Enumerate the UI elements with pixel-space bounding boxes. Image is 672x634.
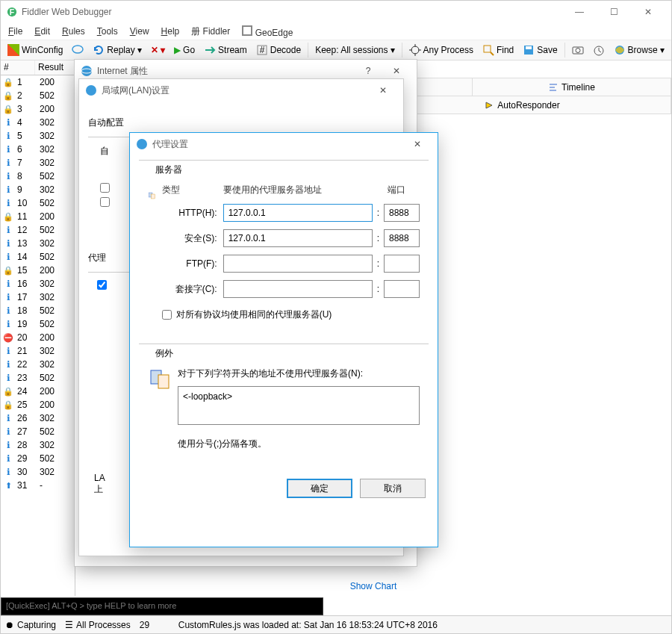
svg-point-7 xyxy=(411,46,419,54)
show-chart-link[interactable]: Show Chart xyxy=(350,581,397,591)
session-row[interactable]: 7302 xyxy=(1,156,75,170)
session-row[interactable]: 31- xyxy=(1,479,75,492)
comment-button[interactable] xyxy=(68,43,87,58)
session-row[interactable]: 27502 xyxy=(1,425,75,438)
session-row[interactable]: 17302 xyxy=(1,290,75,304)
internet-icon xyxy=(81,65,93,77)
menu-tools[interactable]: Tools xyxy=(93,25,122,38)
session-icon xyxy=(1,346,16,356)
session-row[interactable]: 20200 xyxy=(1,331,75,344)
exceptions-textarea[interactable]: <-loopback> xyxy=(178,386,420,425)
proxy-cancel-button[interactable]: 取消 xyxy=(360,479,426,498)
session-row[interactable]: 18502 xyxy=(1,304,75,317)
session-row[interactable]: 2502 xyxy=(1,89,75,102)
socket-address-input[interactable] xyxy=(223,280,373,298)
session-row[interactable]: 28302 xyxy=(1,438,75,452)
auto-detect-checkbox[interactable] xyxy=(100,183,110,193)
any-process-button[interactable]: Any Process xyxy=(405,43,477,58)
go-button[interactable]: ▶Go xyxy=(170,43,199,57)
session-row[interactable]: 13302 xyxy=(1,237,75,250)
exception-icon xyxy=(148,367,172,391)
status-message: CustomRules.js was loaded at: Sat Jan 16… xyxy=(178,620,438,630)
minimize-button[interactable]: — xyxy=(562,1,597,23)
svg-rect-23 xyxy=(152,194,155,199)
session-icon xyxy=(1,279,16,289)
tab-autoresponder[interactable]: AutoResponder xyxy=(373,96,671,114)
find-button[interactable]: Find xyxy=(479,43,517,58)
status-capturing[interactable]: ⏺Capturing xyxy=(5,620,56,630)
proxy-close-button[interactable]: ✕ xyxy=(403,134,432,155)
session-row[interactable]: 15200 xyxy=(1,264,75,277)
session-row[interactable]: 22302 xyxy=(1,358,75,371)
autoresponder-icon xyxy=(484,100,494,111)
server-icon xyxy=(148,184,156,208)
stream-button[interactable]: Stream xyxy=(200,43,251,58)
session-row[interactable]: 14502 xyxy=(1,250,75,264)
session-icon xyxy=(1,373,16,383)
session-icon xyxy=(1,171,16,181)
remove-button[interactable]: ✕ ▾ xyxy=(147,43,169,57)
screenshot-button[interactable] xyxy=(568,43,588,58)
session-icon xyxy=(1,292,16,302)
ftp-address-input[interactable] xyxy=(223,255,373,273)
menu-help[interactable]: Help xyxy=(157,25,184,38)
clock-icon xyxy=(593,44,605,56)
http-address-input[interactable] xyxy=(223,204,373,222)
col-result[interactable]: Result xyxy=(35,60,75,75)
svg-text:F: F xyxy=(10,7,15,16)
use-proxy-checkbox[interactable] xyxy=(97,280,107,290)
maximize-button[interactable]: ☐ xyxy=(597,1,631,23)
secure-port-input[interactable] xyxy=(384,229,420,247)
menu-view[interactable]: View xyxy=(125,25,154,38)
session-row[interactable]: 21302 xyxy=(1,344,75,358)
replay-button[interactable]: Replay ▾ xyxy=(89,43,145,58)
secure-address-input[interactable] xyxy=(223,229,373,247)
session-row[interactable]: 19502 xyxy=(1,317,75,331)
session-row[interactable]: 11200 xyxy=(1,210,75,223)
use-script-checkbox[interactable] xyxy=(100,197,110,207)
session-row[interactable]: 9302 xyxy=(1,183,75,196)
status-all-processes[interactable]: ☰All Processes xyxy=(65,620,131,630)
session-row[interactable]: 16302 xyxy=(1,277,75,290)
browse-button[interactable]: Browse ▾ xyxy=(610,43,668,58)
menu-file[interactable]: File xyxy=(4,25,27,38)
same-proxy-checkbox[interactable] xyxy=(162,310,172,320)
keep-sessions-dropdown[interactable]: Keep: All sessions ▾ xyxy=(311,43,398,57)
session-row[interactable]: 30302 xyxy=(1,465,75,479)
menu-edit[interactable]: Edit xyxy=(30,25,55,38)
session-row[interactable]: 26302 xyxy=(1,411,75,425)
save-button[interactable]: Save xyxy=(519,43,561,58)
proxy-ok-button[interactable]: 确定 xyxy=(287,479,352,498)
http-port-input[interactable] xyxy=(384,204,420,222)
session-row[interactable]: 12502 xyxy=(1,223,75,237)
session-row[interactable]: 5302 xyxy=(1,129,75,143)
decode-button[interactable]: #Decode xyxy=(252,43,305,58)
ftp-port-input[interactable] xyxy=(384,255,420,273)
session-row[interactable]: 1200 xyxy=(1,75,75,89)
quickexec-bar[interactable]: [QuickExec] ALT+Q > type HELP to learn m… xyxy=(1,597,323,615)
session-row[interactable]: 24200 xyxy=(1,385,75,398)
svg-rect-25 xyxy=(158,375,169,388)
proxy-icon xyxy=(136,138,148,150)
play-icon: ▶ xyxy=(174,45,181,55)
session-row[interactable]: 25200 xyxy=(1,398,75,411)
session-row[interactable]: 8502 xyxy=(1,170,75,183)
close-button[interactable]: ✕ xyxy=(631,1,665,23)
menu-fiddler-book[interactable]: 册 Fiddler xyxy=(187,24,234,40)
socket-port-input[interactable] xyxy=(384,280,420,298)
timer-button[interactable] xyxy=(589,43,609,58)
session-row[interactable]: 4302 xyxy=(1,116,75,129)
menu-geoedge[interactable]: GeoEdge xyxy=(237,24,297,40)
session-row[interactable]: 10502 xyxy=(1,196,75,210)
session-row[interactable]: 29502 xyxy=(1,452,75,465)
session-row[interactable]: 23502 xyxy=(1,371,75,385)
tab-timeline[interactable]: Timeline xyxy=(473,78,671,96)
secure-label: 安全(S): xyxy=(162,232,223,245)
winconfig-button[interactable]: WinConfig xyxy=(4,43,66,58)
col-number[interactable]: # xyxy=(1,60,35,75)
menu-rules[interactable]: Rules xyxy=(57,25,90,38)
session-row[interactable]: 6302 xyxy=(1,143,75,156)
lan-close-button[interactable]: ✕ xyxy=(369,80,397,101)
svg-point-21 xyxy=(137,139,147,149)
session-row[interactable]: 3200 xyxy=(1,102,75,116)
